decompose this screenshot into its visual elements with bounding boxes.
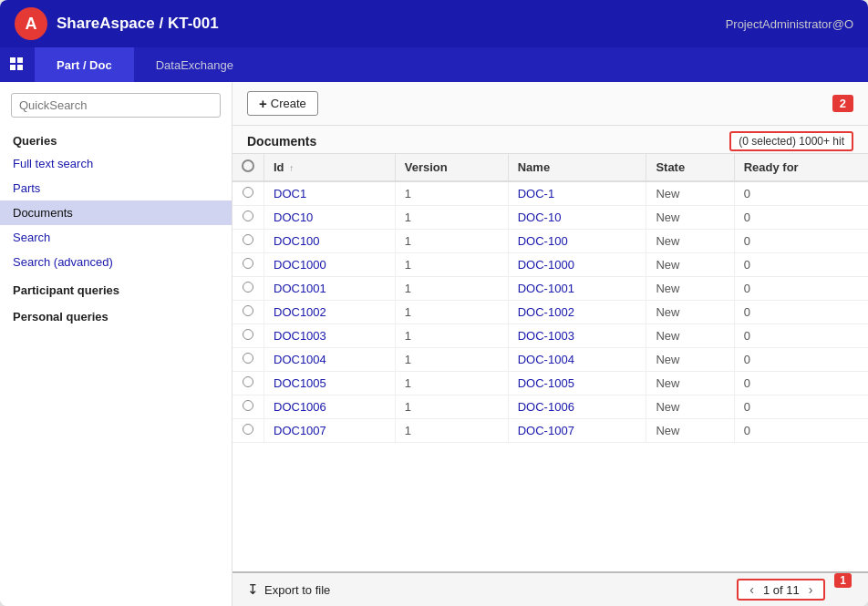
row-name[interactable]: DOC-1005 [508, 372, 646, 395]
next-page-button[interactable]: › [807, 582, 815, 597]
row-state: New [646, 324, 734, 348]
col-state[interactable]: State [646, 154, 734, 181]
row-select[interactable] [232, 277, 264, 301]
table-row: DOC100 1 DOC-100 New 0 [232, 230, 868, 253]
row-version: 1 [395, 301, 508, 324]
row-id[interactable]: DOC100 [264, 230, 396, 253]
user-label: ProjectAdministrator@O [726, 17, 853, 31]
table-row: DOC1003 1 DOC-1003 New 0 [232, 324, 868, 348]
row-select[interactable] [232, 324, 264, 348]
row-select[interactable] [232, 348, 264, 372]
main-layout: Queries Full text search Parts Documents… [0, 82, 868, 606]
row-name[interactable]: DOC-1004 [508, 348, 646, 372]
sidebar-item-search[interactable]: Search [0, 225, 232, 250]
row-select[interactable] [232, 181, 264, 206]
sort-icon: ↑ [289, 163, 294, 173]
queries-section-label: Queries [0, 125, 232, 151]
header: A ShareAspace / KT-001 ProjectAdministra… [0, 0, 868, 47]
tab-data-exchange[interactable]: DataExchange [134, 47, 255, 82]
row-name[interactable]: DOC-1007 [508, 419, 646, 443]
sidebar-item-search-advanced[interactable]: Search (advanced) [0, 250, 232, 274]
row-select[interactable] [232, 230, 264, 253]
app-window: A ShareAspace / KT-001 ProjectAdministra… [0, 0, 868, 606]
row-state: New [646, 181, 734, 206]
row-ready: 0 [734, 395, 868, 419]
row-id[interactable]: DOC1004 [264, 348, 396, 372]
table-row: DOC1 1 DOC-1 New 0 [232, 181, 868, 206]
row-id[interactable]: DOC1000 [264, 253, 396, 277]
row-ready: 0 [734, 253, 868, 277]
row-name[interactable]: DOC-1002 [508, 301, 646, 324]
sidebar-item-full-text-search[interactable]: Full text search [0, 151, 232, 176]
col-version[interactable]: Version [395, 154, 508, 181]
col-id[interactable]: Id ↑ [264, 154, 396, 181]
table-row: DOC1004 1 DOC-1004 New 0 [232, 348, 868, 372]
row-id[interactable]: DOC1003 [264, 324, 396, 348]
table-wrap: Id ↑ Version Name State [232, 154, 868, 571]
col-ready-for[interactable]: Ready for [734, 154, 868, 181]
documents-section-label: Documents [247, 134, 316, 149]
table-header-row: Documents (0 selected) 1000+ hit [232, 126, 868, 154]
row-version: 1 [395, 181, 508, 206]
plus-icon: + [259, 96, 267, 111]
row-state: New [646, 395, 734, 419]
download-icon: ↧ [247, 581, 259, 598]
select-all-col[interactable] [232, 154, 264, 181]
nav-tabs: Part / Doc DataExchange [0, 47, 868, 82]
grid-icon[interactable] [0, 47, 35, 82]
row-ready: 0 [734, 419, 868, 443]
row-state: New [646, 253, 734, 277]
row-select[interactable] [232, 253, 264, 277]
row-id[interactable]: DOC1001 [264, 277, 396, 301]
content-area: + Create 2 Documents (0 selected) 1000+ … [232, 82, 868, 606]
pagination: ‹ 1 of 11 › [737, 579, 825, 601]
row-version: 1 [395, 372, 508, 395]
row-id[interactable]: DOC1 [264, 181, 396, 206]
row-select[interactable] [232, 419, 264, 443]
row-id[interactable]: DOC10 [264, 206, 396, 230]
row-id[interactable]: DOC1002 [264, 301, 396, 324]
row-version: 1 [395, 230, 508, 253]
row-version: 1 [395, 253, 508, 277]
row-version: 1 [395, 277, 508, 301]
row-select[interactable] [232, 301, 264, 324]
row-name[interactable]: DOC-1 [508, 181, 646, 206]
table-column-headers: Id ↑ Version Name State [232, 154, 868, 181]
quick-search-input[interactable] [11, 93, 221, 118]
row-name[interactable]: DOC-1000 [508, 253, 646, 277]
row-select[interactable] [232, 206, 264, 230]
export-to-file-button[interactable]: ↧ Export to file [247, 581, 330, 598]
row-state: New [646, 230, 734, 253]
col-name[interactable]: Name [508, 154, 646, 181]
header-left: A ShareAspace / KT-001 [15, 7, 219, 40]
row-name[interactable]: DOC-1006 [508, 395, 646, 419]
row-name[interactable]: DOC-100 [508, 230, 646, 253]
table-row: DOC1007 1 DOC-1007 New 0 [232, 419, 868, 443]
page-info: 1 of 11 [763, 583, 800, 597]
row-ready: 0 [734, 206, 868, 230]
row-ready: 0 [734, 277, 868, 301]
row-name[interactable]: DOC-1003 [508, 324, 646, 348]
row-state: New [646, 348, 734, 372]
create-button[interactable]: + Create [247, 91, 318, 116]
row-name[interactable]: DOC-10 [508, 206, 646, 230]
table-row: DOC1005 1 DOC-1005 New 0 [232, 372, 868, 395]
row-select[interactable] [232, 395, 264, 419]
sidebar-item-documents[interactable]: Documents [0, 200, 232, 225]
row-version: 1 [395, 348, 508, 372]
participant-queries-label: Participant queries [0, 274, 232, 301]
quick-search-wrap [0, 82, 232, 125]
sidebar-item-parts[interactable]: Parts [0, 176, 232, 200]
row-version: 1 [395, 324, 508, 348]
row-select[interactable] [232, 372, 264, 395]
row-id[interactable]: DOC1005 [264, 372, 396, 395]
prev-page-button[interactable]: ‹ [748, 582, 756, 597]
row-state: New [646, 206, 734, 230]
row-name[interactable]: DOC-1001 [508, 277, 646, 301]
tab-part-doc[interactable]: Part / Doc [35, 47, 134, 82]
row-id[interactable]: DOC1006 [264, 395, 396, 419]
badge-2: 2 [832, 95, 853, 112]
row-id[interactable]: DOC1007 [264, 419, 396, 443]
content-toolbar: + Create 2 [232, 82, 868, 126]
table-row: DOC1006 1 DOC-1006 New 0 [232, 395, 868, 419]
